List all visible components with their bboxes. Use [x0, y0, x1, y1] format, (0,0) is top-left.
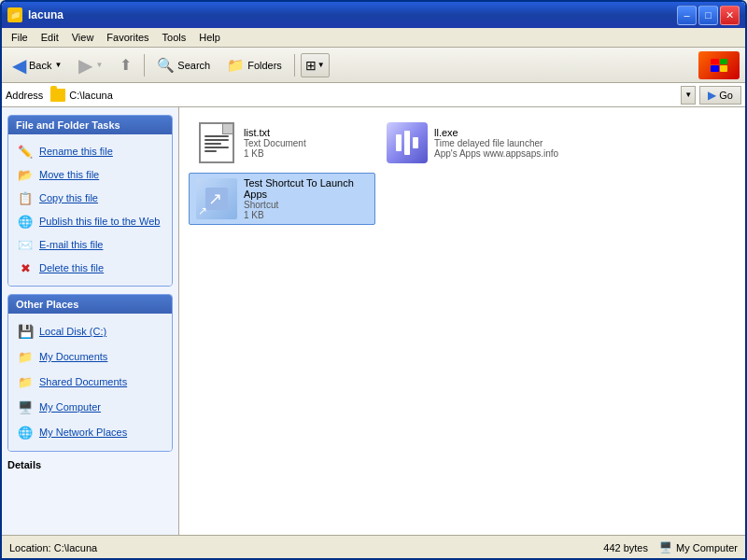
menu-edit[interactable]: Edit	[35, 30, 64, 45]
rename-icon: ✏️	[16, 142, 35, 161]
doc-lines	[201, 124, 233, 156]
other-places-body: 💾 Local Disk (C:) 📁 My Documents 📁 Share…	[8, 314, 172, 451]
folders-label: Folders	[247, 60, 282, 71]
file-tasks-body: ✏️ Rename this file 📂 Move this file 📋 C…	[8, 134, 172, 286]
up-icon: ⬆	[120, 56, 132, 74]
search-icon: 🔍	[157, 57, 175, 74]
file-name-list-txt: list.txt	[244, 127, 306, 138]
file-icon-ll-exe	[386, 121, 429, 164]
back-label: Back	[29, 60, 51, 71]
file-info-list-txt: list.txt Text Document 1 KB	[244, 127, 306, 159]
shortcut-svg: ↗	[204, 186, 230, 212]
mydoc-icon: 📁	[16, 347, 35, 366]
main-content: File and Folder Tasks ✏️ Rename this fil…	[2, 107, 745, 535]
close-button[interactable]: ✕	[720, 6, 740, 25]
task-move[interactable]: 📂 Move this file	[12, 163, 168, 186]
doc-line-5	[204, 150, 217, 152]
maximize-button[interactable]: □	[698, 6, 718, 25]
file-info-shortcut: Test Shortcut To Launch Apps Shortcut 1 …	[244, 177, 369, 220]
move-label: Move this file	[39, 169, 99, 180]
search-button[interactable]: 🔍 Search	[150, 51, 217, 79]
place-my-network[interactable]: 🌐 My Network Places	[12, 420, 168, 444]
go-right-icon: ▶	[708, 89, 716, 102]
doc-line-4	[204, 147, 229, 148]
views-button[interactable]: ⊞ ▼	[301, 53, 330, 77]
file-name-ll-exe: ll.exe	[434, 127, 558, 138]
place-shared-documents[interactable]: 📁 Shared Documents	[12, 370, 168, 394]
other-places-title: Other Places	[16, 299, 78, 310]
file-desc-ll-exe: App's Apps www.appsaps.info	[434, 148, 558, 159]
address-input[interactable]	[69, 90, 677, 101]
menu-help[interactable]: Help	[193, 30, 226, 45]
file-item-ll-exe[interactable]: ll.exe Time delayed file launcher App's …	[379, 117, 641, 169]
exe-bar-2	[404, 131, 410, 155]
shared-doc-icon: 📁	[16, 372, 35, 391]
window-title: lacuna	[28, 8, 63, 21]
file-tasks-header[interactable]: File and Folder Tasks	[8, 116, 172, 134]
status-right: 442 bytes 🖥️ My Computer	[603, 541, 738, 553]
exe-bars	[396, 131, 418, 155]
task-delete[interactable]: ✖ Delete this file	[12, 257, 168, 279]
exe-icon	[387, 122, 428, 163]
forward-button[interactable]: ▶ ▼	[72, 51, 109, 79]
back-button[interactable]: ◀ Back ▼	[6, 51, 68, 79]
address-folder-icon	[50, 89, 65, 102]
app-icon: 📁	[7, 7, 22, 22]
network-icon: 🌐	[16, 423, 35, 441]
menu-tools[interactable]: Tools	[157, 30, 192, 45]
go-label: Go	[719, 90, 733, 101]
task-email[interactable]: ✉️ E-mail this file	[12, 233, 168, 256]
address-label: Address	[6, 90, 47, 101]
move-icon: 📂	[16, 165, 35, 184]
address-dropdown[interactable]: ▼	[681, 86, 696, 105]
file-name-shortcut: Test Shortcut To Launch Apps	[244, 177, 369, 200]
doc-line-2	[204, 139, 229, 141]
place-local-disk[interactable]: 💾 Local Disk (C:)	[12, 319, 168, 343]
file-tasks-title: File and Folder Tasks	[16, 119, 120, 131]
copy-icon: 📋	[16, 189, 35, 207]
windows-logo	[698, 51, 740, 79]
task-copy[interactable]: 📋 Copy this file	[12, 187, 168, 209]
details-section: Details	[7, 459, 173, 470]
my-computer-label: My Computer	[39, 401, 101, 413]
exe-bar-3	[413, 137, 418, 148]
computer-status-icon: 🖥️	[659, 541, 672, 553]
file-type-list-txt: Text Document	[244, 138, 306, 148]
task-rename[interactable]: ✏️ Rename this file	[12, 140, 168, 162]
other-places-header[interactable]: Other Places	[8, 295, 172, 314]
file-item-list-txt[interactable]: list.txt Text Document 1 KB	[189, 117, 375, 169]
search-label: Search	[177, 60, 210, 71]
copy-label: Copy this file	[39, 192, 98, 203]
go-button[interactable]: ▶ Go	[699, 86, 741, 105]
place-my-computer[interactable]: 🖥️ My Computer	[12, 395, 168, 419]
local-disk-label: Local Disk (C:)	[39, 326, 106, 337]
address-bar: Address ▼ ▶ Go	[2, 83, 745, 107]
details-title: Details	[7, 459, 173, 470]
menu-view[interactable]: View	[66, 30, 100, 45]
menu-favorites[interactable]: Favorites	[101, 30, 154, 45]
publish-icon: 🌐	[16, 212, 35, 231]
menu-bar: File Edit View Favorites Tools Help	[2, 28, 745, 48]
delete-label: Delete this file	[39, 262, 104, 273]
menu-file[interactable]: File	[6, 30, 34, 45]
minimize-button[interactable]: –	[677, 6, 697, 25]
title-bar: 📁 lacuna – □ ✕	[2, 2, 745, 28]
task-publish[interactable]: 🌐 Publish this file to the Web	[12, 210, 168, 232]
back-dropdown-icon: ▼	[54, 61, 62, 69]
up-button[interactable]: ⬆	[113, 51, 138, 79]
file-type-ll-exe: Time delayed file launcher	[434, 138, 558, 148]
left-panel: File and Folder Tasks ✏️ Rename this fil…	[2, 107, 179, 535]
file-row-2: ↗ ↗ Test Shortcut To Launch Apps Shortcu…	[189, 173, 736, 225]
file-area: list.txt Text Document 1 KB	[179, 107, 745, 535]
windows-flag	[711, 59, 727, 72]
my-documents-label: My Documents	[39, 351, 107, 362]
folders-button[interactable]: 📁 Folders	[220, 51, 289, 79]
file-item-shortcut[interactable]: ↗ ↗ Test Shortcut To Launch Apps Shortcu…	[189, 173, 375, 225]
publish-label: Publish this file to the Web	[39, 216, 160, 227]
file-size-shortcut: 1 KB	[244, 210, 369, 220]
drive-icon: 💾	[16, 322, 35, 341]
file-icon-list-txt	[195, 121, 238, 164]
forward-arrow-icon: ▶	[78, 54, 92, 77]
place-my-documents[interactable]: 📁 My Documents	[12, 344, 168, 369]
file-icon-shortcut: ↗ ↗	[195, 177, 238, 220]
